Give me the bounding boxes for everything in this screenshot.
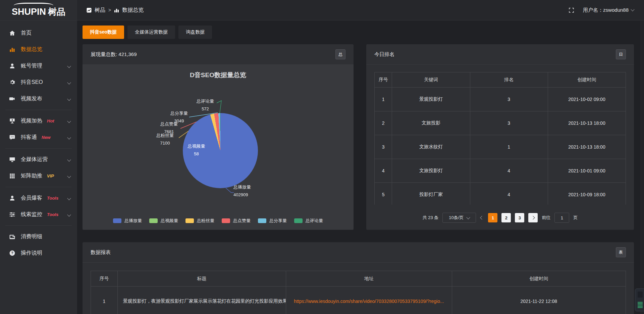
svg-text:?: ?: [11, 251, 13, 255]
chart-legend: 总播放量 总视频量 总粉丝量 总点赞量 总分享量 总评论量: [83, 218, 354, 224]
breadcrumb-root[interactable]: 树品: [95, 7, 105, 14]
scrollbar-track[interactable]: [641, 20, 644, 314]
table-row: 5 投影灯厂家 4 2021-10-09 18:00: [375, 183, 626, 205]
table-badge-button[interactable]: 表: [616, 247, 626, 257]
col-index: 序号: [91, 271, 118, 286]
page-button-1[interactable]: 1: [488, 213, 497, 222]
chevron-down-icon: [67, 196, 71, 200]
username-label: 用户名：zswodun88: [583, 7, 629, 13]
label-total-videos: 总视频量 58: [180, 143, 212, 158]
sidebar-item-matrix-boost[interactable]: 矩阵助推 VIP: [0, 168, 77, 184]
tab-douyin-seo-data[interactable]: 抖音seo数据: [83, 25, 124, 39]
header-right: 用户名：zswodun88: [569, 7, 634, 13]
monitor-icon: [9, 156, 15, 163]
legend-item[interactable]: 总分享量: [258, 218, 287, 224]
legend-swatch: [294, 218, 303, 223]
col-rank: 排名: [470, 72, 548, 88]
video-title-cell: 景观投影灯，夜游景观投影灯厂家展示展示落花灯在花园里的灯光投影应用效果 #: [117, 286, 286, 314]
chat-bubble-icon: [9, 134, 15, 141]
sidebar-item-instructions[interactable]: ? 操作说明: [0, 245, 77, 261]
sidebar-item-label: 视频发布: [21, 95, 42, 102]
ranking-panel-body: 序号 关键词 排名 创建时间 1 景观投影灯 3 2021-10-02 09:0…: [366, 65, 634, 230]
table-row: 2 文旅投影 3 2021-10-13 18:00: [375, 111, 626, 135]
brand-logo[interactable]: SHUPIN树品: [0, 0, 77, 20]
sidebar-item-spend-detail[interactable]: 消费明细: [0, 228, 77, 245]
sidebar-item-video-heat[interactable]: 视频加热 Hot: [0, 113, 77, 129]
bar-chart-icon: [9, 46, 15, 53]
vip-badge: VIP: [47, 173, 54, 178]
sidebar-item-member-baoke[interactable]: 会员爆客 Tools: [0, 190, 77, 206]
sidebar-item-label: 操作说明: [21, 250, 42, 257]
table-header-row: 序号 关键词 排名 创建时间: [375, 72, 626, 88]
sidebar-item-douyin-seo[interactable]: 抖音SEO: [0, 74, 77, 91]
sidebar-item-video-publish[interactable]: 视频发布: [0, 91, 77, 107]
ranking-panel-header: 今日排名 日: [366, 44, 634, 65]
total-count-label: 共 23 条: [423, 215, 439, 221]
overview-panel-header: 展现量总数: 421,369 总: [83, 44, 354, 65]
user-icon: [9, 63, 15, 69]
chevron-down-icon: [67, 64, 71, 68]
total-badge-button[interactable]: 总: [335, 49, 345, 59]
chevron-down-icon: [67, 119, 71, 123]
next-page-button[interactable]: [528, 213, 538, 222]
page: SHUPIN树品 树品 > 数据总览 用户名：zswodun88: [0, 0, 644, 314]
report-table: 序号 标题 地址 创建时间 1 景观投影灯，夜游景观投影灯厂家展示展示落花灯在花…: [91, 271, 626, 314]
logo-arc-decoration: [14, 3, 53, 8]
video-camera-icon: [9, 96, 15, 102]
main-content: 抖音seo数据 全媒体运营数据 询盘数据 展现量总数: 421,369 总 D音…: [77, 20, 644, 314]
fullscreen-icon[interactable]: [569, 7, 574, 13]
legend-item[interactable]: 总播放量: [113, 218, 142, 224]
goto-page-input[interactable]: [554, 213, 569, 223]
page-size-select[interactable]: 10条/页: [442, 213, 476, 223]
logo-inner: SHUPIN树品: [12, 3, 65, 18]
user-menu[interactable]: 用户名：zswodun88: [583, 7, 634, 13]
page-button-2[interactable]: 2: [501, 213, 511, 222]
hot-badge: Hot: [47, 118, 54, 123]
sidebar: 首页 数据总览 账号管理 抖音SEO 视频发布 视频加热 Hot: [0, 20, 77, 314]
ranking-panel: 今日排名 日 序号 关键词 排名 创建时间: [366, 44, 634, 230]
col-title: 标题: [117, 271, 286, 286]
chevron-down-icon: [467, 215, 470, 219]
sidebar-item-doketong[interactable]: 抖客通 New: [0, 129, 77, 146]
col-index: 序号: [375, 72, 392, 88]
label-total-shares: 总分享量 3049: [164, 110, 195, 125]
legend-item[interactable]: 总粉丝量: [185, 218, 214, 224]
table-row: 1 景观投影灯，夜游景观投影灯厂家展示展示落花灯在花园里的灯光投影应用效果 # …: [91, 286, 626, 314]
breadcrumb: 树品 > 数据总览: [87, 7, 144, 14]
ranking-table: 序号 关键词 排名 创建时间 1 景观投影灯 3 2021-10-02 09:0…: [374, 72, 626, 205]
legend-item[interactable]: 总评论量: [294, 218, 323, 224]
goto-suffix-label: 页: [573, 215, 578, 221]
sidebar-item-label: 消费明细: [21, 233, 42, 240]
legend-swatch: [258, 218, 266, 223]
floating-widget[interactable]: [635, 289, 644, 311]
prev-page-button[interactable]: [480, 216, 484, 219]
sidebar-item-account[interactable]: 账号管理: [0, 58, 77, 74]
sidebar-item-lead-monitor[interactable]: 线索监控 Tools: [0, 206, 77, 223]
chevron-down-icon: [67, 174, 71, 178]
video-link[interactable]: https://www.iesdouyin.com/share/video/70…: [294, 299, 444, 304]
legend-swatch: [149, 218, 158, 223]
table-row: 4 文旅投影灯 4 2021-10-01 09:00: [375, 159, 626, 183]
legend-item[interactable]: 总点赞量: [222, 218, 251, 224]
chevron-right-icon: [531, 216, 535, 219]
sidebar-item-label: 矩阵助推: [21, 172, 42, 179]
table-row: 1 景观投影灯 3 2021-10-02 09:00: [375, 88, 626, 111]
sidebar-item-label: 抖客通: [21, 134, 37, 141]
sidebar-item-label: 数据总览: [21, 46, 42, 53]
data-tabs: 抖音seo数据 全媒体运营数据 询盘数据: [83, 25, 634, 39]
panels-row: 展现量总数: 421,369 总 D音SEO数据量总览 总播放量: [83, 44, 634, 230]
sidebar-divider: [5, 225, 72, 226]
col-created: 创建时间: [548, 72, 626, 88]
legend-item[interactable]: 总视频量: [149, 218, 178, 224]
sidebar-item-label: 全媒体运营: [21, 156, 48, 163]
page-button-3[interactable]: 3: [515, 213, 524, 222]
tab-inquiry-data[interactable]: 询盘数据: [178, 25, 212, 39]
sidebar-item-home[interactable]: 首页: [0, 25, 77, 41]
grid-icon: [9, 173, 15, 179]
col-keyword: 关键词: [392, 72, 470, 88]
sidebar-item-data-overview[interactable]: 数据总览: [0, 41, 77, 58]
ranking-table-clip: 序号 关键词 排名 创建时间 1 景观投影灯 3 2021-10-02 09:0…: [374, 72, 626, 205]
day-badge-button[interactable]: 日: [616, 49, 626, 59]
sidebar-item-omnimedia[interactable]: 全媒体运营: [0, 151, 77, 168]
tab-omnimedia-data[interactable]: 全媒体运营数据: [127, 25, 175, 39]
